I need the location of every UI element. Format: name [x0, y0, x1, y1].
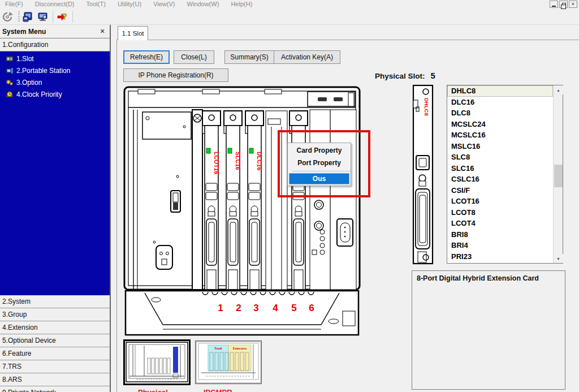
- physical-thumbnail-caption: Physical: [138, 388, 168, 392]
- list-item[interactable]: BRI4: [447, 240, 553, 251]
- configuration-tree: 1.Slot 2.Portable Station 3.Option: [0, 51, 110, 295]
- save-console-button[interactable]: [21, 10, 36, 24]
- list-scrollbar[interactable]: ▲ ▼: [553, 85, 563, 263]
- list-item[interactable]: DLC16: [447, 97, 553, 108]
- minimize-icon: [552, 6, 556, 7]
- system-menu-title: System Menu: [2, 28, 46, 36]
- disk-monitor-icon: [23, 12, 34, 22]
- monitor-search-icon: [37, 12, 49, 22]
- help-icon: ?: [57, 11, 68, 23]
- menu-tool[interactable]: Tool(T): [81, 0, 111, 7]
- toolbar-separator-2: [72, 11, 73, 23]
- slot-number-3: 3: [253, 303, 258, 313]
- restore-button[interactable]: [559, 1, 568, 8]
- sidebar-section-trs[interactable]: 7.TRS: [0, 360, 110, 373]
- physical-slot-label: Physical Slot:: [375, 72, 425, 80]
- go-button[interactable]: [0, 10, 15, 24]
- list-item[interactable]: BRI8: [447, 229, 553, 240]
- scroll-down-icon[interactable]: ▼: [554, 254, 563, 263]
- list-item[interactable]: DLC8: [447, 107, 553, 119]
- tab-1-1-slot[interactable]: 1.1 Slot: [118, 26, 148, 40]
- physical-thumbnail-drawing: [125, 341, 189, 384]
- activation-key-button[interactable]: Activation Key(A): [274, 50, 340, 64]
- card-type-items: DHLC8 DLC16 DLC8 MCSLC24 MCSLC16 MSLC16 …: [447, 85, 553, 263]
- sidebar-section-feature[interactable]: 6.Feature: [0, 347, 110, 360]
- sidebar-section-optional-device[interactable]: 5.Optional Device: [0, 334, 110, 347]
- slot-number-4: 4: [273, 303, 278, 313]
- cabinet-card-slot1[interactable]: LCOT16: [202, 111, 221, 290]
- list-item[interactable]: SLC16: [447, 163, 553, 174]
- sidebar-section-extension[interactable]: 4.Extension: [0, 321, 110, 334]
- summary-button[interactable]: Summary(S): [224, 50, 274, 64]
- close-slot-button[interactable]: Close(L): [174, 50, 214, 64]
- list-item[interactable]: SLC8: [447, 152, 553, 163]
- cabinet-drawing: LCOT16 SLC16 DLC16 PRI30: [123, 86, 361, 338]
- menu-window[interactable]: Window(W): [182, 0, 224, 7]
- sidebar-section-group[interactable]: 3.Group: [0, 308, 110, 321]
- physical-view-thumbnail[interactable]: [123, 339, 191, 385]
- list-item[interactable]: MCSLC24: [447, 119, 553, 130]
- cabinet-tray: 1 2 3 4 5 6: [126, 291, 358, 335]
- slot-bracket: [192, 110, 202, 290]
- context-menu-separator: [292, 171, 351, 171]
- sidebar-item-clock-priority[interactable]: 4.Clock Priority: [0, 88, 110, 100]
- slot-number-1: 1: [218, 303, 223, 313]
- portable-station-icon: [6, 67, 14, 74]
- close-button[interactable]: ×: [569, 1, 577, 8]
- refresh-button[interactable]: Refresh(E): [123, 50, 170, 64]
- ip-phone-registration-button[interactable]: IP Phone Registration(R): [123, 68, 228, 82]
- list-item[interactable]: LCOT16: [447, 196, 553, 207]
- monitor-utility-button[interactable]: [36, 10, 50, 24]
- sidebar-section-private-network[interactable]: 9.Private Network: [0, 386, 110, 392]
- card-description-text: 8-Port Digital Hybrid Extension Card: [417, 274, 539, 282]
- sidebar-item-slot[interactable]: 1.Slot: [0, 53, 110, 64]
- menu-disconnect[interactable]: Disconnect(D): [30, 0, 80, 7]
- help-button[interactable]: ?: [55, 10, 70, 24]
- svg-text:DLC16: DLC16: [256, 152, 263, 170]
- maintenance-console-window: File(F) Disconnect(D) Tool(T) Utility(U)…: [0, 0, 579, 392]
- context-menu: Card Property Port Property Ous: [287, 143, 351, 186]
- restore-icon: [562, 3, 566, 6]
- system-menu-panel: System Menu ✕ 1.Configuration 1.Slot: [0, 25, 111, 392]
- trunk-region-label: Trunk: [214, 347, 222, 350]
- menu-utility[interactable]: Utility(U): [113, 0, 146, 7]
- toolbar-grip: [18, 11, 20, 23]
- menubar: File(F) Disconnect(D) Tool(T) Utility(U)…: [0, 0, 579, 9]
- svg-text:?: ?: [62, 11, 67, 21]
- sidebar-item-label: 2.Portable Station: [16, 67, 70, 75]
- sidebar-section-system[interactable]: 2.System: [0, 295, 110, 308]
- scrollbar-thumb[interactable]: [554, 165, 563, 187]
- context-menu-ous[interactable]: Ous: [289, 173, 349, 184]
- system-menu-titlebar: System Menu ✕: [0, 25, 110, 38]
- cabinet-card-slot2[interactable]: SLC16: [224, 111, 242, 290]
- selected-card-label: DHLC8: [424, 98, 430, 116]
- menu-file[interactable]: File(F): [0, 0, 28, 7]
- panel-close-button[interactable]: ✕: [98, 28, 106, 35]
- sidebar-section-configuration[interactable]: 1.Configuration: [0, 38, 110, 51]
- list-item[interactable]: CSI/F: [447, 185, 553, 196]
- ipcmpr-view-thumbnail[interactable]: Trunk Extension: [195, 341, 262, 384]
- scroll-up-icon[interactable]: ▲: [554, 85, 563, 94]
- list-item[interactable]: CSLC16: [447, 174, 553, 185]
- physical-slot-value: 5: [431, 71, 435, 80]
- list-item[interactable]: MSLC16: [447, 141, 553, 152]
- menu-help[interactable]: Help(H): [226, 0, 257, 7]
- ipcmpr-thumbnail-drawing: Trunk Extension: [196, 341, 261, 384]
- menu-view[interactable]: View(V): [148, 0, 180, 7]
- sidebar-item-option[interactable]: 3.Option: [0, 76, 110, 88]
- sidebar-item-portable-station[interactable]: 2.Portable Station: [0, 64, 110, 76]
- window-controls: ×: [550, 1, 577, 8]
- context-menu-port-property[interactable]: Port Property: [288, 157, 351, 169]
- list-item[interactable]: DHLC8: [447, 85, 553, 97]
- selected-card-preview: DHLC8: [411, 84, 435, 265]
- context-menu-card-property[interactable]: Card Property: [288, 144, 351, 157]
- card-type-list: DHLC8 DLC16 DLC8 MCSLC24 MCSLC16 MSLC16 …: [447, 85, 563, 264]
- list-item[interactable]: MCSLC16: [447, 130, 553, 141]
- cabinet-card-slot3[interactable]: DLC16: [245, 111, 263, 290]
- list-item[interactable]: LCOT4: [447, 218, 553, 229]
- list-item[interactable]: LCOT8: [447, 207, 553, 218]
- list-item[interactable]: PRI23: [447, 251, 553, 262]
- slot-icon: [6, 55, 14, 62]
- minimize-button[interactable]: [550, 1, 558, 8]
- sidebar-section-ars[interactable]: 8.ARS: [0, 373, 110, 386]
